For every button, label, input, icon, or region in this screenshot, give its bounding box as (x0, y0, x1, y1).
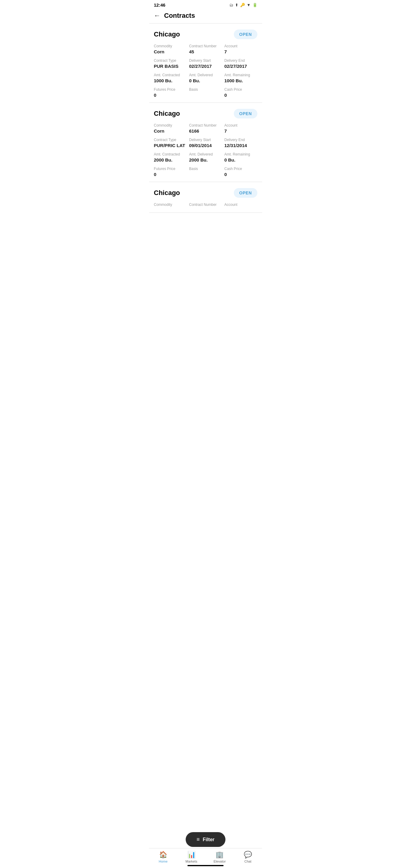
field-cash-price-2: Cash Price 0 (224, 167, 257, 177)
field-account-3: Account (224, 203, 257, 208)
cash-price-value-2: 0 (224, 172, 257, 177)
field-contract-type-2: Contract Type PUR/PRIC LAT (154, 138, 187, 148)
nav-label-markets: Markets (186, 860, 197, 863)
futures-price-label-1: Futures Price (154, 87, 187, 92)
field-account-2: Account 7 (224, 123, 257, 133)
field-account-1: Account 7 (224, 44, 257, 54)
field-commodity-2: Commodity Corn (154, 123, 187, 133)
commodity-value-2: Corn (154, 128, 187, 133)
futures-price-value-1: 0 (154, 93, 187, 98)
field-delivery-end-2: Delivery End 12/31/2014 (224, 138, 257, 148)
field-amt-delivered-1: Amt. Delivered 0 Bu. (189, 73, 222, 83)
status-icons: 🗂 ⬆ 🔑 ▼ 🔋 (229, 3, 257, 7)
field-amt-remaining-1: Amt. Remaining 1000 Bu. (224, 73, 257, 83)
amt-contracted-label-1: Amt. Contracted (154, 73, 187, 77)
amt-contracted-value-2: 2000 Bu. (154, 157, 187, 162)
commodity-label-1: Commodity (154, 44, 187, 48)
contract-location-1: Chicago (154, 30, 180, 38)
contract-grid-1: Commodity Corn Contract Number 45 Accoun… (154, 44, 257, 98)
filter-button[interactable]: ≡ Filter (186, 832, 225, 847)
contract-status-3[interactable]: OPEN (234, 188, 257, 198)
status-time: 12:46 (154, 2, 165, 7)
field-futures-price-1: Futures Price 0 (154, 87, 187, 98)
field-commodity-1: Commodity Corn (154, 44, 187, 54)
amt-remaining-label-2: Amt. Remaining (224, 152, 257, 156)
amt-delivered-value-2: 2000 Bu. (189, 157, 222, 162)
field-delivery-end-1: Delivery End 02/27/2017 (224, 59, 257, 69)
elevator-icon: 🏢 (216, 851, 224, 859)
delivery-end-label-2: Delivery End (224, 138, 257, 142)
chat-icon: 💬 (244, 851, 252, 859)
markets-icon: 📊 (187, 851, 195, 859)
contract-header-1: Chicago OPEN (154, 30, 257, 39)
cash-price-value-1: 0 (224, 93, 257, 98)
delivery-start-value-1: 02/27/2017 (189, 64, 222, 69)
amt-delivered-value-1: 0 Bu. (189, 78, 222, 83)
amt-remaining-value-1: 1000 Bu. (224, 78, 257, 83)
field-delivery-start-1: Delivery Start 02/27/2017 (189, 59, 222, 69)
field-contract-number-1: Contract Number 45 (189, 44, 222, 54)
cash-price-label-2: Cash Price (224, 167, 257, 171)
contract-card-2: Chicago OPEN Commodity Corn Contract Num… (149, 103, 262, 182)
amt-contracted-value-1: 1000 Bu. (154, 78, 187, 83)
nav-label-chat: Chat (244, 860, 251, 863)
contract-type-label-2: Contract Type (154, 138, 187, 142)
field-cash-price-1: Cash Price 0 (224, 87, 257, 98)
contract-card-1: Chicago OPEN Commodity Corn Contract Num… (149, 24, 262, 103)
field-contract-number-3: Contract Number (189, 203, 222, 208)
contract-status-2[interactable]: OPEN (234, 109, 257, 119)
contract-number-label-1: Contract Number (189, 44, 222, 48)
filter-icon: ≡ (196, 836, 200, 843)
delivery-start-value-2: 09/01/2014 (189, 143, 222, 148)
delivery-end-value-1: 02/27/2017 (224, 64, 257, 69)
account-label-3: Account (224, 203, 257, 207)
delivery-end-value-2: 12/31/2014 (224, 143, 257, 148)
contract-type-label-1: Contract Type (154, 59, 187, 63)
futures-price-label-2: Futures Price (154, 167, 187, 171)
commodity-label-3: Commodity (154, 203, 187, 207)
battery-icon: 🔋 (253, 3, 257, 7)
home-indicator (187, 865, 224, 866)
contract-grid-3: Commodity Contract Number Account (154, 203, 257, 208)
contract-type-value-1: PUR BASIS (154, 64, 187, 69)
field-amt-contracted-2: Amt. Contracted 2000 Bu. (154, 152, 187, 162)
field-amt-delivered-2: Amt. Delivered 2000 Bu. (189, 152, 222, 162)
nav-item-elevator[interactable]: 🏢 Elevator (211, 851, 229, 863)
commodity-value-1: Corn (154, 49, 187, 54)
delivery-end-label-1: Delivery End (224, 59, 257, 63)
contracts-list: Chicago OPEN Commodity Corn Contract Num… (149, 24, 262, 237)
sim-icon: 🗂 (229, 3, 233, 7)
commodity-label-2: Commodity (154, 123, 187, 127)
account-value-1: 7 (224, 49, 257, 54)
contract-header-2: Chicago OPEN (154, 109, 257, 119)
field-futures-price-2: Futures Price 0 (154, 167, 187, 177)
field-delivery-start-2: Delivery Start 09/01/2014 (189, 138, 222, 148)
amt-contracted-label-2: Amt. Contracted (154, 152, 187, 156)
amt-delivered-label-2: Amt. Delivered (189, 152, 222, 156)
contract-type-value-2: PUR/PRIC LAT (154, 143, 187, 148)
delivery-start-label-1: Delivery Start (189, 59, 222, 63)
cash-price-label-1: Cash Price (224, 87, 257, 92)
contract-header-3: Chicago OPEN (154, 188, 257, 198)
nav-label-home: Home (159, 860, 167, 863)
contract-status-1[interactable]: OPEN (234, 30, 257, 39)
home-icon: 🏠 (159, 851, 167, 859)
account-value-2: 7 (224, 128, 257, 133)
contract-number-value-1: 45 (189, 49, 222, 54)
account-label-2: Account (224, 123, 257, 127)
basis-label-2: Basis (189, 167, 222, 171)
field-contract-number-2: Contract Number 6166 (189, 123, 222, 133)
field-amt-remaining-2: Amt. Remaining 0 Bu. (224, 152, 257, 162)
nav-item-markets[interactable]: 📊 Markets (182, 851, 200, 863)
nav-item-home[interactable]: 🏠 Home (154, 851, 172, 863)
filter-overlay: ≡ Filter (186, 832, 225, 847)
field-basis-2: Basis (189, 167, 222, 177)
field-commodity-3: Commodity (154, 203, 187, 208)
contract-grid-2: Commodity Corn Contract Number 6166 Acco… (154, 123, 257, 177)
contract-location-3: Chicago (154, 189, 180, 197)
back-button[interactable]: ← (154, 12, 161, 20)
contract-number-label-3: Contract Number (189, 203, 222, 207)
nav-item-chat[interactable]: 💬 Chat (239, 851, 257, 863)
filter-label: Filter (203, 837, 215, 842)
contract-number-value-2: 6166 (189, 128, 222, 133)
